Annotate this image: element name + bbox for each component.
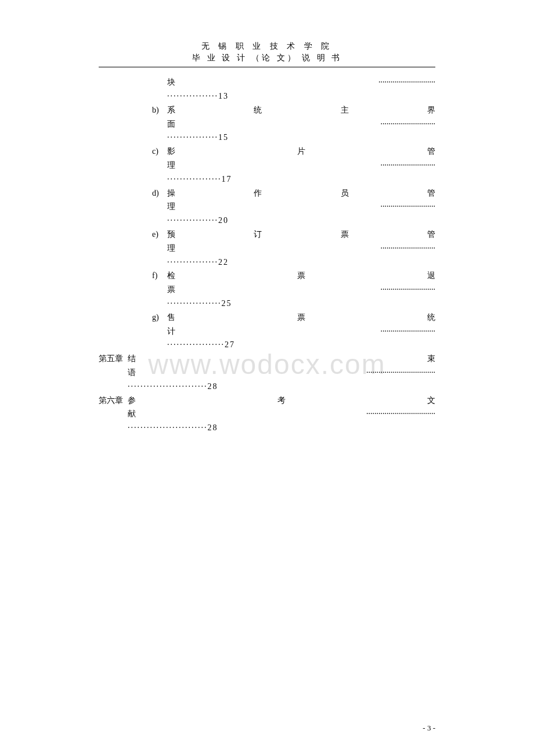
toc-title-last: 理 [167,202,381,211]
toc-sub-item: f) 检 票 退 票··························· ··… [152,269,435,310]
toc-title-cont: 块···························· [167,75,435,89]
table-of-contents: 块···························· ··········… [99,75,435,435]
toc-page-num: 28 [208,382,218,391]
toc-title-last: 理 [167,161,381,170]
toc-title-last: 语 [128,368,366,377]
header-line-1: 无 锡 职 业 技 术 学 院 [99,41,435,52]
toc-dots: ·································· [366,409,435,418]
header-divider [99,67,435,67]
toc-content: 系 统 主 界 面··························· ···… [167,103,435,145]
toc-sub-item: e) 预 订 票 管 理··························· … [152,228,435,269]
toc-chapter-item: 第五章 结 束 语·······························… [99,352,435,393]
toc-chapter-item: 第六章 参 考 文 献·····························… [99,394,435,435]
toc-dots-tail: ·························28 [99,421,435,435]
toc-page-num: 15 [218,133,229,142]
toc-dots2: ················ [167,216,218,225]
toc-chapter-label: 第六章 [99,394,128,408]
toc-title-last: 计 [167,327,381,336]
toc-title-text: 块 [167,78,378,87]
toc-dots-tail: ················22 [167,255,435,269]
toc-marker: f) [152,269,167,283]
toc-title: 影 片 管 [167,145,435,159]
toc-dots: ·································· [366,368,435,377]
toc-dots2: ················ [167,133,218,142]
toc-title2: 票··························· [167,283,435,297]
toc-title2: 理··························· [167,159,435,172]
toc-title2: 计··························· [167,325,435,339]
toc-dots: ··························· [381,244,436,253]
toc-marker: c) [152,145,167,159]
toc-page-num: 22 [218,258,229,267]
toc-title-last: 献 [128,409,366,418]
toc-dots-tail: ··················27 [167,338,435,352]
toc-dots-tail: ················13 [167,89,435,103]
toc-sub-item: c) 影 片 管 理··························· ··… [152,145,435,186]
toc-dots: ···························· [378,78,435,87]
toc-content: 结 束 语·································· … [128,352,435,393]
toc-dots-tail: ·················17 [167,172,435,186]
toc-title: 结 束 [128,352,435,366]
toc-content: 检 票 退 票··························· ·····… [167,269,435,310]
toc-title: 系 统 主 界 [167,103,435,117]
toc-page-num: 25 [222,299,232,308]
toc-dots2: ·················· [167,340,225,349]
toc-content: 块···························· ··········… [167,75,435,103]
toc-title: 检 票 退 [167,269,435,283]
toc-content: 操 作 员 管 理··························· ···… [167,186,435,228]
toc-title: 售 票 统 [167,311,435,325]
toc-title2: 献·································· [99,407,435,421]
toc-page-num: 27 [225,340,235,349]
toc-dots2: ························· [128,423,208,432]
toc-title: 参 考 文 [128,394,435,408]
toc-title: 操 作 员 管 [167,186,435,200]
toc-dots: ··························· [381,327,436,336]
toc-dots2: ························· [128,382,208,391]
toc-marker: e) [152,228,167,242]
toc-page-num: 13 [218,92,229,100]
toc-title2: 面··························· [167,117,435,131]
toc-content: 参 考 文 献·································… [128,394,435,435]
page-header: 无 锡 职 业 技 术 学 院 毕 业 设 计 （论 文） 说 明 书 [99,41,435,66]
toc-title2: 理··························· [167,242,435,255]
toc-dots2: ················ [167,92,218,100]
toc-marker: d) [152,186,167,200]
toc-marker: b) [152,103,167,117]
toc-page-num: 20 [218,216,229,225]
toc-content: 预 订 票 管 理··························· ···… [167,228,435,269]
toc-chapter-label: 第五章 [99,352,128,366]
header-line-2: 毕 业 设 计 （论 文） 说 明 书 [99,52,435,64]
toc-sub-item: b) 系 统 主 界 面··························· … [152,103,435,145]
toc-dots-tail: ·················25 [167,297,435,311]
toc-title2: 语·································· [99,366,435,380]
toc-dots2: ················ [167,258,218,267]
toc-content: 影 片 管 理··························· ·····… [167,145,435,186]
toc-dots: ··························· [381,161,436,170]
toc-dots-tail: ················15 [167,131,435,145]
toc-title-last: 理 [167,244,381,253]
toc-page-num: 17 [222,175,232,183]
toc-marker: g) [152,311,167,325]
toc-page-num: 28 [208,423,218,432]
page-number: - 3 - [423,723,435,733]
document-page: 无 锡 职 业 技 术 学 院 毕 业 设 计 （论 文） 说 明 书 块···… [0,0,534,756]
toc-continuation: 块···························· ··········… [152,75,435,103]
toc-title-last: 票 [167,285,381,294]
toc-dots2: ················· [167,175,222,183]
toc-dots: ··························· [381,120,436,128]
toc-dots: ··························· [381,285,436,294]
toc-title2: 理··························· [167,200,435,214]
toc-dots-tail: ·························28 [99,380,435,394]
toc-sub-item: g) 售 票 统 计··························· ··… [152,311,435,352]
toc-title-last: 面 [167,120,381,128]
toc-dots2: ················· [167,299,222,308]
toc-dots-tail: ················20 [167,214,435,228]
toc-sub-item: d) 操 作 员 管 理··························· … [152,186,435,228]
toc-dots: ··························· [381,202,436,211]
toc-content: 售 票 统 计··························· ·····… [167,311,435,352]
toc-title: 预 订 票 管 [167,228,435,242]
